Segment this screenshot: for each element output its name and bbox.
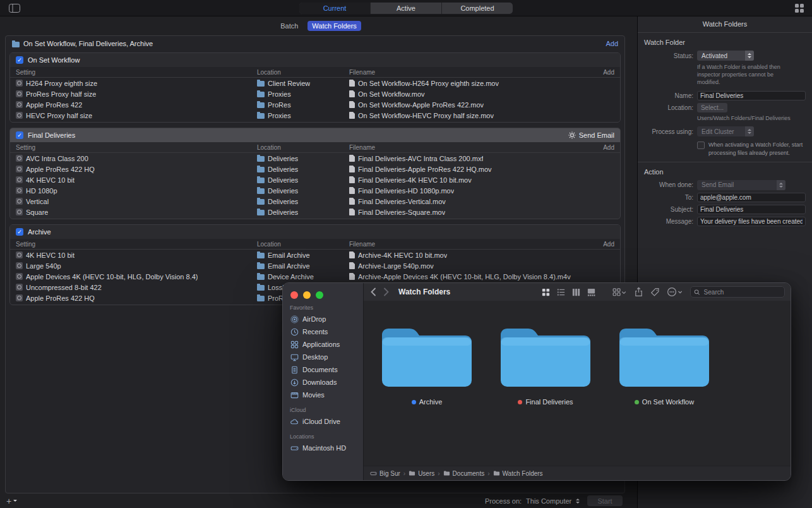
tab-batch[interactable]: Batch <box>276 21 302 31</box>
start-processing-checkbox[interactable] <box>697 142 705 149</box>
process-on-popup[interactable]: This Computer <box>526 497 571 505</box>
finder-window[interactable]: Favorites AirDrop Recents Applications D… <box>282 282 791 481</box>
document-icon <box>349 101 355 108</box>
add-batch-button[interactable]: + <box>6 497 17 505</box>
folder-name: Archive <box>419 398 443 406</box>
sidebar-item-documents[interactable]: Documents <box>283 363 363 376</box>
close-button[interactable] <box>290 291 298 299</box>
forward-button[interactable] <box>383 287 390 297</box>
zoom-button[interactable] <box>316 291 323 299</box>
batch-footer: + Process on: This Computer Start Batch <box>0 493 638 508</box>
document-icon <box>349 262 355 269</box>
search-field[interactable] <box>690 286 785 298</box>
add-output-button[interactable]: Add <box>597 144 620 151</box>
sidebar-item-desktop[interactable]: Desktop <box>283 351 363 363</box>
search-input[interactable] <box>703 288 781 296</box>
table-row[interactable]: Apple ProRes 422 ProRes On Set Workflow-… <box>10 99 620 110</box>
table-row[interactable]: ProRes Proxy half size Proxies On Set Wo… <box>10 88 620 99</box>
gallery-view-button[interactable] <box>587 287 596 297</box>
setting-name: Apple ProRes 422 HQ <box>26 166 95 173</box>
share-button[interactable] <box>634 287 643 297</box>
location-select-button[interactable]: Select... <box>697 103 727 112</box>
table-row[interactable]: Apple ProRes 422 HQ Deliveries Final Del… <box>10 164 620 174</box>
group-checkbox[interactable]: ✓ <box>16 131 23 139</box>
subject-field[interactable] <box>697 205 806 214</box>
table-row[interactable]: 4K HEVC 10 bit Deliveries Final Deliveri… <box>10 174 620 185</box>
folder-icon <box>498 316 593 394</box>
segment-current[interactable]: Current <box>299 3 371 14</box>
setting-icon <box>16 187 23 194</box>
table-row[interactable]: Vertical Deliveries Final Deliveries-Ver… <box>10 196 620 207</box>
to-field[interactable] <box>697 193 806 202</box>
tab-watch-folders[interactable]: Watch Folders <box>307 21 361 31</box>
folder-icon <box>257 296 265 301</box>
segment-completed[interactable]: Completed <box>442 3 513 14</box>
folder-final-deliveries[interactable]: Final Deliveries <box>498 316 593 406</box>
message-field[interactable] <box>697 217 806 226</box>
sidebar-item-label: iCloud Drive <box>302 418 340 425</box>
back-button[interactable] <box>369 287 377 297</box>
group-rows: H264 Proxy eighth size Client Review On … <box>10 78 620 122</box>
minimize-button[interactable] <box>303 291 311 299</box>
document-icon <box>349 198 355 205</box>
setting-icon <box>16 80 23 87</box>
sidebar-item-recents[interactable]: Recents <box>283 325 363 338</box>
group-header[interactable]: ✓ Final Deliveries Send Email <box>10 128 620 142</box>
table-row[interactable]: AVC Intra Class 200 Deliveries Final Del… <box>10 153 620 164</box>
path-item-documents[interactable]: Documents <box>443 470 485 477</box>
table-row[interactable]: H264 Proxy eighth size Client Review On … <box>10 78 620 88</box>
inspector-toggle-button[interactable] <box>794 3 804 13</box>
group-header[interactable]: ✓ Archive <box>10 225 620 239</box>
path-label: Watch Folders <box>503 470 543 477</box>
popup-stepper-icon[interactable] <box>576 499 580 504</box>
icon-view-button[interactable] <box>541 287 551 297</box>
tag-button[interactable] <box>650 287 660 297</box>
file-name: Final Deliveries-HD 1080p.mov <box>358 187 454 195</box>
list-view-button[interactable] <box>556 287 566 297</box>
status-popup[interactable]: Activated <box>697 51 754 61</box>
process-using-popup[interactable]: Edit Cluster <box>697 126 754 136</box>
table-row[interactable]: Square Deliveries Final Deliveries-Squar… <box>10 207 620 217</box>
table-row[interactable]: Large 540p Email Archive Archive-Large 5… <box>10 260 620 271</box>
when-done-popup[interactable]: Send Email <box>697 180 785 190</box>
finder-main: Watch Folders <box>364 283 791 480</box>
setting-name: Square <box>26 209 48 216</box>
sidebar-item-icloud-drive[interactable]: iCloud Drive <box>283 415 363 428</box>
sidebar-toggle-button[interactable] <box>9 4 20 13</box>
path-item-disk[interactable]: Big Sur <box>370 470 400 477</box>
path-item-watch-folders[interactable]: Watch Folders <box>493 470 543 477</box>
tag-dot <box>412 400 416 404</box>
add-watch-folder-button[interactable]: Add <box>606 40 618 47</box>
batch-title: On Set Workflow, Final Deliveries, Archi… <box>23 40 153 47</box>
icloud-heading: iCloud <box>283 401 363 415</box>
sidebar-item-applications[interactable]: Applications <box>283 338 363 351</box>
file-name: On Set Workflow-H264 Proxy eighth size.m… <box>358 80 499 87</box>
sidebar-item-movies[interactable]: Movies <box>283 389 363 401</box>
folder-name: On Set Workflow <box>642 398 694 406</box>
location-name: Deliveries <box>268 198 298 205</box>
table-row[interactable]: Apple Devices 4K (HEVC 10-bit, HLG, Dolb… <box>10 271 620 282</box>
sidebar-item-macintosh-hd[interactable]: Macintosh HD <box>283 442 363 454</box>
add-output-button[interactable]: Add <box>597 69 620 76</box>
table-row[interactable]: HEVC Proxy half size Proxies On Set Work… <box>10 110 620 121</box>
add-output-button[interactable]: Add <box>597 241 620 248</box>
start-batch-button[interactable]: Start Batch <box>587 495 623 506</box>
group-header[interactable]: ✓ On Set Workflow <box>10 53 620 67</box>
more-actions-button[interactable] <box>667 287 683 297</box>
setting-icon <box>16 101 23 108</box>
document-icon <box>349 112 355 119</box>
group-by-button[interactable] <box>612 287 627 297</box>
group-checkbox[interactable]: ✓ <box>16 56 23 64</box>
location-name: Client Review <box>268 80 310 87</box>
name-field[interactable] <box>697 91 806 100</box>
segment-active[interactable]: Active <box>371 3 442 14</box>
path-item-users[interactable]: Users <box>409 470 434 477</box>
group-checkbox[interactable]: ✓ <box>16 228 23 236</box>
folder-archive[interactable]: Archive <box>379 316 474 406</box>
sidebar-item-downloads[interactable]: Downloads <box>283 376 363 389</box>
table-row[interactable]: HD 1080p Deliveries Final Deliveries-HD … <box>10 185 620 196</box>
sidebar-item-airdrop[interactable]: AirDrop <box>283 313 363 325</box>
table-row[interactable]: 4K HEVC 10 bit Email Archive Archive-4K … <box>10 250 620 260</box>
column-view-button[interactable] <box>571 287 581 297</box>
folder-on-set-workflow[interactable]: On Set Workflow <box>617 316 712 406</box>
